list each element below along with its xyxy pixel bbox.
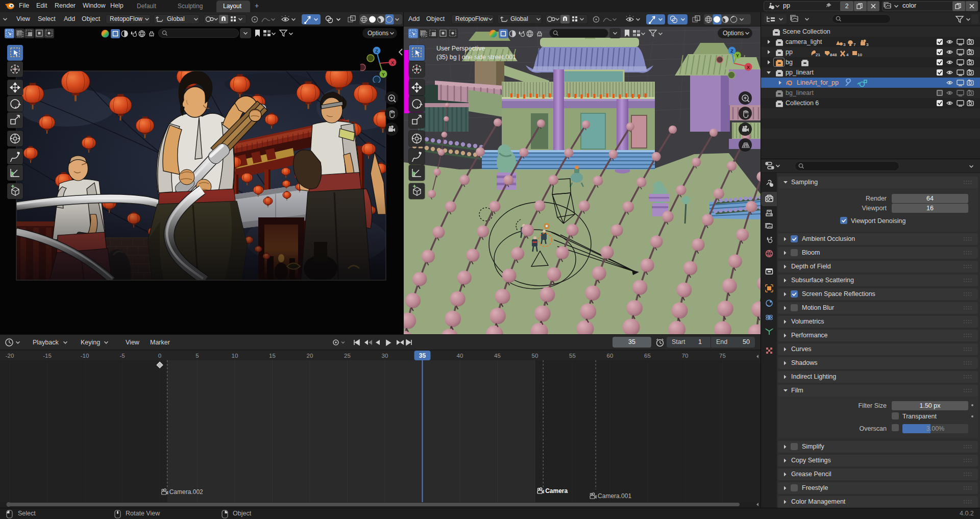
svg-text:X: X [391,60,394,65]
svg-text:7: 7 [853,42,856,47]
svg-text:X: X [747,65,750,70]
svg-text:10: 10 [232,353,238,359]
svg-text:848: 848 [830,53,837,57]
svg-text:30: 30 [382,353,388,359]
svg-text:4: 4 [846,53,849,57]
svg-text:3: 3 [866,42,869,47]
svg-text:Camera: Camera [545,487,568,495]
svg-text:50: 50 [532,353,538,359]
svg-text:75: 75 [719,353,726,359]
svg-text:Z: Z [730,48,733,54]
svg-text:Camera.001: Camera.001 [598,492,631,500]
svg-text:Z: Z [375,48,378,54]
svg-text:25: 25 [344,353,351,359]
svg-text:Y: Y [382,72,385,77]
svg-text:55: 55 [569,353,576,359]
svg-text:65: 65 [644,353,651,359]
svg-text:3: 3 [843,42,846,47]
svg-text:15: 15 [269,353,276,359]
svg-text:Y: Y [736,53,739,58]
svg-text:-10: -10 [81,353,89,359]
svg-text:Camera.002: Camera.002 [169,488,203,496]
svg-text:-20: -20 [6,353,14,359]
svg-text:21: 21 [816,53,820,57]
svg-text:60: 60 [607,353,614,359]
svg-text:45: 45 [494,353,501,359]
svg-text:-5: -5 [119,353,125,359]
svg-text:35: 35 [419,352,426,359]
svg-text:5: 5 [195,353,199,359]
svg-text:40: 40 [457,353,463,359]
svg-text:20: 20 [307,353,313,359]
svg-text:0: 0 [158,353,161,359]
svg-text:-15: -15 [43,353,52,359]
svg-text:10: 10 [857,53,862,57]
svg-text:70: 70 [682,353,689,359]
